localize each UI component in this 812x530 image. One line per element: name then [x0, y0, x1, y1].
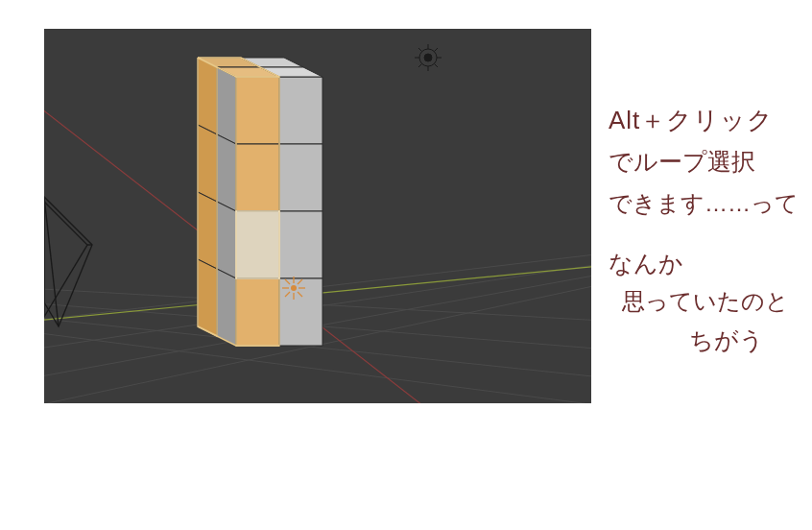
svg-marker-35 [279, 77, 322, 144]
svg-marker-34 [236, 278, 279, 346]
svg-marker-36 [279, 144, 322, 211]
annotation-line-3: できます……って [609, 188, 799, 219]
svg-line-19 [418, 48, 422, 52]
blender-viewport[interactable] [44, 29, 591, 403]
svg-line-21 [418, 64, 422, 68]
annotation-line-6: ちがう [689, 325, 764, 356]
svg-marker-33 [236, 211, 279, 278]
light-gizmo [415, 44, 442, 71]
svg-marker-27 [217, 67, 236, 144]
svg-marker-23 [198, 58, 217, 134]
svg-marker-31 [236, 77, 279, 144]
svg-marker-24 [198, 125, 217, 202]
cursor-3d [282, 277, 305, 300]
svg-point-13 [424, 54, 432, 61]
svg-marker-37 [279, 211, 322, 278]
svg-line-22 [435, 64, 439, 68]
annotation-line-5: 思っていたのと [622, 286, 789, 317]
annotation-line-4: なんか [609, 248, 683, 279]
annotation-line-1: Alt＋クリック [609, 104, 774, 137]
svg-marker-26 [198, 259, 217, 336]
svg-line-20 [435, 48, 439, 52]
mesh-pillar [198, 58, 322, 346]
svg-marker-32 [236, 144, 279, 211]
svg-marker-28 [217, 134, 236, 211]
svg-marker-30 [217, 269, 236, 346]
svg-marker-29 [217, 202, 236, 278]
annotation-line-2: でループ選択 [609, 146, 755, 178]
svg-point-46 [291, 285, 297, 291]
svg-marker-25 [198, 192, 217, 269]
viewport-scene [44, 29, 591, 403]
